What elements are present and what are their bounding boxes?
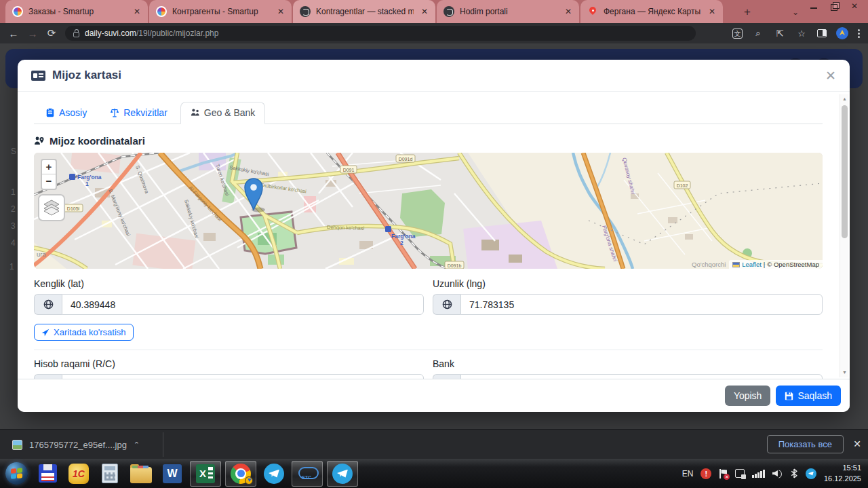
scrollbar-thumb[interactable] — [842, 105, 848, 238]
download-filename: 1765795772_e95ef....jpg — [29, 440, 127, 450]
map-canvas[interactable]: Sakkokiy ko'chasi Tadbirkorlar ko'chasi … — [34, 153, 823, 269]
windows-logo-icon — [5, 462, 28, 485]
floppy-icon — [785, 392, 793, 400]
close-tab-icon[interactable]: ✕ — [275, 6, 286, 17]
lat-input[interactable] — [62, 294, 424, 315]
lat-label: Kenglik (lat) — [34, 278, 424, 289]
lock-icon[interactable] — [73, 32, 79, 37]
tray-time: 15:51 — [824, 463, 861, 474]
taskbar-file-explorer[interactable] — [127, 460, 155, 487]
show-on-map-button[interactable]: Xaritada ko'rsatish — [34, 324, 134, 341]
map-place-label: ura — [37, 250, 46, 258]
show-all-downloads-button[interactable]: Показать все — [767, 435, 844, 453]
removable-device-icon[interactable] — [735, 469, 745, 478]
telegram-tray-icon[interactable] — [806, 468, 816, 479]
floppy-disk-icon — [39, 464, 57, 483]
browser-tab-1[interactable]: Заказы - Smartup ✕ — [5, 0, 148, 23]
lng-input-group — [433, 294, 823, 315]
modal-header: Mijoz kartasi ✕ — [18, 60, 850, 92]
close-tab-icon[interactable]: ✕ — [419, 6, 430, 17]
zoom-search-icon[interactable]: ⌕ — [752, 28, 764, 39]
background-row-number: 3 — [11, 221, 16, 231]
address-bar[interactable]: daily-suvi.com/19l/public/mijozlar.php — [65, 26, 696, 41]
browser-tab-4[interactable]: Hodim portali ✕ — [437, 0, 579, 23]
new-tab-button[interactable]: + — [739, 4, 755, 20]
taskbar-word-app[interactable]: W — [159, 460, 186, 487]
tab-asosiy[interactable]: Asosiy — [35, 102, 97, 124]
save-button[interactable]: Saqlash — [776, 386, 841, 406]
zoom-out-button[interactable]: − — [42, 174, 56, 189]
zoom-in-button[interactable]: + — [42, 160, 56, 174]
window-close-button[interactable]: ✕ — [850, 2, 859, 10]
taskbar-clock[interactable]: 15:51 16.12.2025 — [824, 463, 861, 485]
browser-tab-5[interactable]: Фергана — Яндекс Карты ✕ — [580, 0, 723, 23]
bluetooth-icon[interactable] — [790, 468, 798, 478]
side-panel-icon[interactable] — [817, 29, 827, 37]
translate-icon[interactable]: 文 — [732, 29, 743, 39]
url-domain: daily-suvi.com — [85, 29, 136, 38]
url-path: /19l/public/mijozlar.php — [136, 29, 218, 38]
system-tray: EN ! ✕ 15:51 16.12.2025 — [682, 459, 868, 488]
tab-geo-bank-active[interactable]: Geo & Bank — [180, 102, 266, 124]
language-indicator[interactable]: EN — [682, 469, 694, 478]
close-tab-icon[interactable]: ✕ — [707, 6, 717, 17]
window-minimize-button[interactable] — [810, 2, 818, 10]
windows-taskbar: 1С W X EN ! ✕ 15:51 16.12.2025 — [0, 459, 868, 488]
lat-input-group — [34, 294, 424, 315]
bank-icon — [34, 374, 62, 379]
share-icon[interactable]: ⇱ — [774, 29, 786, 39]
modal-close-icon[interactable]: ✕ — [825, 68, 836, 83]
bank-input[interactable] — [460, 374, 823, 379]
map-attribution: Leaflet | © OpenStreetMap — [729, 260, 823, 269]
mijoz-kartasi-modal: Mijoz kartasi ✕ Asosiy Rekvizitlar Geo &… — [18, 60, 850, 412]
people-map-icon — [191, 108, 200, 117]
tab-search-chevron-icon[interactable]: ⌄ — [787, 4, 804, 20]
download-item[interactable]: 1765795772_e95ef....jpg ⌃ — [12, 430, 140, 459]
profile-avatar[interactable] — [836, 27, 848, 39]
close-button[interactable]: Yopish — [725, 386, 771, 406]
tab-rekvizitlar[interactable]: Rekvizitlar — [100, 102, 178, 124]
taskbar-stc-cloud-app-running[interactable] — [292, 461, 323, 487]
close-tab-icon[interactable]: ✕ — [132, 6, 142, 17]
map-station-number: 2 — [400, 240, 403, 246]
network-signal-icon[interactable] — [752, 469, 765, 478]
download-bar-close-icon[interactable]: ✕ — [853, 438, 861, 449]
excel-label: X — [199, 468, 206, 479]
id-card-icon — [31, 71, 45, 81]
window-restore-button[interactable] — [830, 2, 838, 10]
osm-attribution[interactable]: © OpenStreetMap — [767, 261, 819, 268]
back-button[interactable]: ← — [4, 28, 23, 39]
section-title-row: Mijoz koordinatalari — [34, 135, 823, 147]
alert-tray-icon[interactable]: ! — [701, 468, 711, 479]
close-tab-icon[interactable]: ✕ — [563, 6, 574, 17]
map-zoom-control: + − — [41, 159, 57, 190]
forward-button[interactable]: → — [23, 28, 42, 39]
account-input[interactable] — [62, 374, 424, 379]
bookmark-star-icon[interactable]: ☆ — [795, 29, 808, 39]
scrollbar-up-arrow[interactable]: ▲ — [840, 94, 849, 104]
taskbar-chrome-app-running[interactable] — [225, 461, 256, 487]
tab-label: Asosiy — [59, 107, 87, 118]
scrollbar-down-arrow[interactable]: ▼ — [840, 368, 849, 377]
taskbar-excel-app-running[interactable]: X — [190, 461, 221, 487]
browser-menu-icon[interactable] — [858, 28, 860, 39]
volume-icon[interactable] — [772, 469, 783, 478]
start-button[interactable] — [3, 460, 30, 487]
download-expand-chevron-icon[interactable]: ⌃ — [134, 440, 140, 449]
save-button-label: Saqlash — [797, 390, 832, 401]
browser-toolbar: ← → ⟳ daily-suvi.com/19l/public/mijozlar… — [0, 23, 868, 43]
taskbar-calculator-app[interactable] — [96, 460, 123, 487]
action-center-flag-icon[interactable]: ✕ — [719, 469, 728, 478]
taskbar-telegram-app[interactable] — [260, 460, 288, 487]
map-layers-button[interactable] — [38, 194, 65, 221]
taskbar-1c-app[interactable]: 1С — [65, 460, 92, 487]
lng-input[interactable] — [460, 294, 823, 315]
browser-tab-3-active[interactable]: Kontragentlar — stacked moda ✕ — [293, 0, 435, 23]
browser-tab-2[interactable]: Контрагенты - Smartup ✕ — [149, 0, 292, 23]
leaflet-link[interactable]: Leaflet — [742, 261, 762, 268]
taskbar-save-app[interactable] — [34, 460, 61, 487]
modal-scrollbar[interactable]: ▲ ▼ — [840, 94, 848, 377]
reload-button[interactable]: ⟳ — [42, 27, 61, 39]
location-arrow-icon — [41, 329, 50, 337]
taskbar-telegram2-app-running[interactable] — [327, 461, 358, 487]
